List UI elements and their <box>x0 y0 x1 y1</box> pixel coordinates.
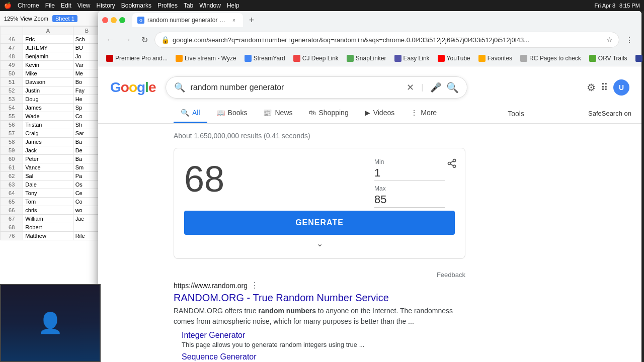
cell-name[interactable]: Doug <box>23 95 73 104</box>
tab-books[interactable]: 📖 Books <box>209 104 255 123</box>
menu-file[interactable]: File <box>45 2 55 9</box>
sheet-tab[interactable]: Sheet 1 <box>52 15 77 22</box>
cell-value[interactable]: De <box>73 146 100 155</box>
bookmark-live-stream[interactable]: Live stream - Wyze <box>173 53 239 63</box>
tab-videos[interactable]: ▶ Videos <box>358 104 402 123</box>
menu-profiles[interactable]: Profiles <box>157 2 178 9</box>
menu-tab[interactable]: Tab <box>184 2 193 9</box>
bookmark-star-icon[interactable]: ☆ <box>606 36 613 44</box>
share-icon[interactable] <box>447 158 457 171</box>
bookmark-favorites[interactable]: Favorites <box>475 53 515 63</box>
close-button[interactable] <box>102 17 108 23</box>
cell-name[interactable]: Robert <box>23 223 73 232</box>
cell-value[interactable]: Os <box>73 180 100 189</box>
user-avatar[interactable]: U <box>613 79 629 96</box>
bookmark-easylink[interactable]: Easy Link <box>391 53 433 63</box>
bookmark-streamyard[interactable]: StreamYard <box>242 53 288 63</box>
reload-button[interactable]: ↻ <box>137 33 151 47</box>
cell-name[interactable]: Craig <box>23 129 73 138</box>
cell-name[interactable]: Mike <box>23 69 73 78</box>
tab-shopping[interactable]: 🛍 Shopping <box>302 104 356 123</box>
menu-edit[interactable]: Edit <box>61 2 71 9</box>
cell-value[interactable]: BU <box>73 44 100 52</box>
rng-max-value[interactable]: 85 <box>374 193 445 208</box>
cell-value[interactable] <box>73 223 100 232</box>
cell-name[interactable]: James <box>23 138 73 146</box>
cell-name[interactable]: Tony <box>23 189 73 198</box>
feedback-link[interactable]: Feedback <box>174 269 465 281</box>
cell-value[interactable]: Var <box>73 61 100 69</box>
active-tab[interactable]: G random number generator - G... × <box>132 13 243 27</box>
result-menu-icon-1[interactable]: ⋮ <box>251 281 259 290</box>
cell-name[interactable]: Tristan <box>23 121 73 129</box>
cell-name[interactable]: William <box>23 215 73 223</box>
cell-name[interactable]: Peter <box>23 155 73 163</box>
cell-value[interactable]: wo <box>73 206 100 215</box>
settings-icon[interactable]: ⚙ <box>587 81 596 94</box>
cell-name[interactable]: Dale <box>23 180 73 189</box>
cell-value[interactable]: He <box>73 95 100 104</box>
search-input[interactable]: random number generator <box>190 83 401 92</box>
microphone-icon[interactable]: 🎤 <box>430 82 441 93</box>
cell-name[interactable]: Matthew <box>23 232 73 240</box>
cell-value[interactable]: Me <box>73 69 100 78</box>
cell-value[interactable]: Bo <box>73 78 100 86</box>
menu-bookmarks[interactable]: Bookmarks <box>121 2 151 9</box>
settings-button[interactable]: ⋮ <box>622 33 636 47</box>
back-button[interactable]: ← <box>103 33 117 47</box>
cell-name[interactable]: Dawson <box>23 78 73 86</box>
cell-value[interactable]: Co <box>73 198 100 206</box>
cell-value[interactable]: Sp <box>73 104 100 112</box>
search-submit-icon[interactable]: 🔍 <box>446 81 459 94</box>
bookmark-orv[interactable]: ORV Trails <box>586 53 630 63</box>
cell-name[interactable]: JEREMY <box>23 44 73 52</box>
search-box[interactable]: 🔍 random number generator ✕ | 🎤 🔍 <box>166 76 467 99</box>
bookmark-rc[interactable]: RC Pages to check <box>517 53 584 63</box>
apple-menu[interactable]: 🍎 <box>4 2 12 9</box>
cell-value[interactable]: Sh <box>73 121 100 129</box>
generate-button[interactable]: GENERATE <box>184 211 455 235</box>
cell-value[interactable]: Ba <box>73 155 100 163</box>
cell-value[interactable]: Ce <box>73 189 100 198</box>
sub-result-integer-title[interactable]: Integer Generator <box>182 331 465 340</box>
cell-value[interactable]: Co <box>73 112 100 121</box>
tab-more[interactable]: ⋮ More <box>404 104 444 123</box>
cell-name[interactable]: Benjamin <box>23 52 73 61</box>
url-bar[interactable]: 🔒 google.com/search?q=random+number+gene… <box>154 32 619 48</box>
menu-help[interactable]: Help <box>227 2 239 9</box>
cell-value[interactable]: Pa <box>73 172 100 180</box>
cell-value[interactable]: Ba <box>73 138 100 146</box>
tab-close-button[interactable]: × <box>230 16 238 24</box>
cell-name[interactable]: Sal <box>23 172 73 180</box>
cell-value[interactable]: Fay <box>73 86 100 95</box>
bookmark-premiere[interactable]: Premiere Pro and... <box>103 53 171 63</box>
cell-name[interactable]: chris <box>23 206 73 215</box>
menu-window[interactable]: Window <box>199 2 221 9</box>
cell-value[interactable]: Jo <box>73 52 100 61</box>
cell-value[interactable]: Sar <box>73 129 100 138</box>
expand-button[interactable]: ⌄ <box>184 235 455 248</box>
result-title-1[interactable]: RANDOM.ORG - True Random Number Service <box>174 292 465 304</box>
clear-search-icon[interactable]: ✕ <box>407 82 414 93</box>
bookmark-youtube[interactable]: YouTube <box>435 53 473 63</box>
cell-name[interactable]: Wade <box>23 112 73 121</box>
new-tab-button[interactable]: + <box>245 14 258 27</box>
cell-value[interactable]: Jac <box>73 215 100 223</box>
cell-value[interactable]: Sm <box>73 163 100 172</box>
maximize-button[interactable] <box>119 17 125 23</box>
cell-name[interactable]: James <box>23 104 73 112</box>
cell-name[interactable]: Justin <box>23 86 73 95</box>
tab-news[interactable]: 📰 News <box>256 104 299 123</box>
cell-value[interactable]: Rile <box>73 232 100 240</box>
rng-min-value[interactable]: 1 <box>374 166 445 181</box>
sub-result-sequence-title[interactable]: Sequence Generator <box>182 352 465 361</box>
menu-chrome[interactable]: Chrome <box>18 2 39 9</box>
tab-all[interactable]: 🔍 All <box>174 104 207 123</box>
cell-name[interactable]: Jack <box>23 146 73 155</box>
cell-name[interactable]: Vance <box>23 163 73 172</box>
tools-button[interactable]: Tools <box>501 105 531 123</box>
forward-button[interactable]: → <box>120 33 134 47</box>
bookmark-cj[interactable]: CJ Deep Link <box>290 53 342 63</box>
cell-value[interactable]: Sch <box>73 35 100 44</box>
bookmark-snaplinker[interactable]: SnapLinker <box>344 53 389 63</box>
